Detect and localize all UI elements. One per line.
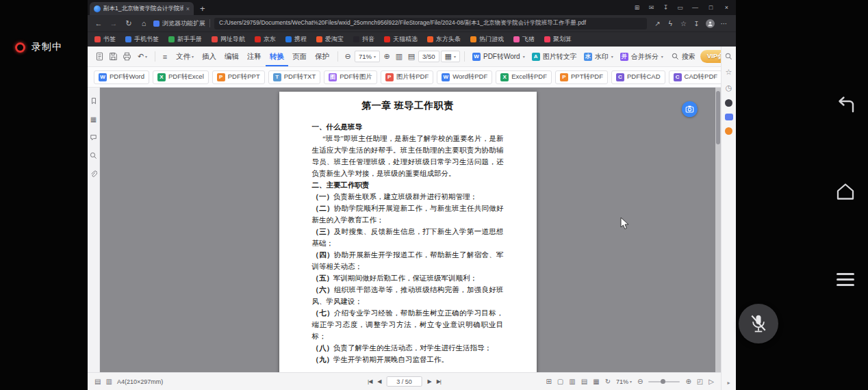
convert-button[interactable]: P PDF转PPT	[212, 70, 265, 84]
zoom-out-icon[interactable]: ⊖	[637, 378, 643, 385]
bookmark-item[interactable]: 抖音	[353, 35, 374, 44]
presentation-mode-icon[interactable]: ▷	[709, 378, 714, 385]
more-icon[interactable]: ⋯	[717, 20, 730, 27]
browser-action-icon[interactable]: ↧	[659, 4, 673, 11]
page-layout-icon[interactable]: ▥	[105, 378, 112, 385]
attachments-panel-icon[interactable]	[90, 170, 97, 178]
forward-icon[interactable]: →	[108, 19, 119, 27]
home-icon[interactable]: ⌂	[138, 19, 149, 27]
open-document-icon[interactable]	[93, 47, 105, 66]
convert-button[interactable]: C CAD转PDF	[669, 70, 721, 84]
last-page-button[interactable]: ▶|	[437, 378, 441, 385]
fit-width-icon[interactable]: ▥	[394, 52, 405, 61]
page-indicator[interactable]: 3/50	[418, 51, 439, 62]
convert-button[interactable]: 图 PDF转图片	[324, 70, 377, 84]
menu-item[interactable]: 文件 ▾	[172, 47, 198, 66]
android-back-button[interactable]	[835, 96, 856, 116]
url-input[interactable]: C:/Users/29759/Documents/WeChat%20Files/…	[214, 18, 647, 29]
zoom-out-icon[interactable]: ⊖	[342, 52, 353, 61]
zoom-level-select[interactable]: 71% ▾	[616, 378, 632, 385]
new-tab-button[interactable]: +	[200, 4, 205, 13]
extension-chip[interactable]: 浏览器功能扩展	[153, 19, 205, 28]
back-icon[interactable]: ←	[93, 19, 104, 27]
toolbar-tool-button[interactable]: 水 水印 ▾	[580, 52, 617, 62]
zoom-slider-knob[interactable]	[661, 379, 665, 384]
zoom-in-icon[interactable]: ⊕	[381, 52, 392, 61]
fit-page-icon[interactable]: ▤	[406, 52, 417, 61]
convert-button[interactable]: X PDF转Excel	[153, 70, 209, 84]
convert-button[interactable]: C PDF转CAD	[611, 70, 665, 84]
vertical-scrollbar[interactable]	[715, 88, 721, 372]
page-thumbnail-icon[interactable]: ▤	[94, 378, 101, 385]
expand-panel-icon[interactable]: ▸	[727, 380, 730, 386]
minimize-button[interactable]: —	[687, 4, 703, 11]
sidebar-search-icon[interactable]	[724, 52, 733, 61]
hand-tool-icon[interactable]: ▢	[557, 378, 563, 385]
save-icon[interactable]	[107, 47, 119, 66]
bookmark-item[interactable]: 手机书签	[125, 35, 159, 44]
comments-panel-icon[interactable]	[90, 134, 97, 141]
print-icon[interactable]	[120, 47, 133, 66]
vip-member-button[interactable]: VIP会员	[700, 50, 721, 63]
select-tool-icon[interactable]: ⊞	[546, 378, 551, 385]
browser-action-icon[interactable]: ▭	[673, 4, 687, 11]
bookmarks-panel-icon[interactable]	[90, 97, 97, 105]
bookmark-item[interactable]: 飞猪	[513, 35, 535, 44]
address-action-icon[interactable]: ↗	[651, 20, 664, 27]
menu-item[interactable]: 页面	[288, 47, 311, 66]
single-page-icon[interactable]: ▥	[569, 378, 575, 385]
menu-item[interactable]: 转换	[266, 47, 288, 66]
convert-button[interactable]: W Word转PDF	[437, 70, 492, 84]
close-button[interactable]: ×	[719, 4, 735, 11]
double-page-icon[interactable]: ▦	[593, 378, 599, 385]
bookmark-item[interactable]: 网址导航	[212, 35, 245, 44]
convert-button[interactable]: P PPT转PDF	[555, 70, 608, 84]
bookmark-item[interactable]: 天猫精选	[384, 35, 418, 44]
page-number-input[interactable]: 3 / 50	[387, 376, 422, 387]
undo-icon[interactable]: ↶▾	[134, 47, 151, 66]
toolbar-tool-button[interactable]: A 图片转文字	[528, 52, 580, 62]
toolbar-tool-button[interactable]: W PDF转Word ▾	[469, 52, 528, 62]
maximize-button[interactable]: □	[703, 4, 719, 11]
menu-item[interactable]: 编辑	[220, 47, 243, 66]
bookmark-item[interactable]: 京东	[255, 35, 276, 44]
address-action-icon[interactable]: ϟ	[664, 20, 677, 27]
zoom-slider[interactable]	[648, 381, 680, 382]
convert-button[interactable]: W PDF转Word	[94, 70, 149, 84]
floating-convert-button[interactable]	[682, 101, 698, 117]
sidebar-shopping-icon[interactable]	[725, 127, 732, 135]
bookmark-item[interactable]: 携程	[285, 35, 307, 44]
fit-screen-icon[interactable]: ◰	[697, 378, 703, 385]
view-mode-select[interactable]: ▦ ▾	[441, 51, 460, 62]
menu-item[interactable]: 注释	[243, 47, 266, 66]
convert-button[interactable]: P 图片转PDF	[381, 70, 434, 84]
bookmark-item[interactable]: 新手手册	[168, 35, 202, 44]
browser-action-icon[interactable]: ⊞	[630, 4, 644, 11]
rotate-icon[interactable]: ↻	[605, 378, 611, 385]
browser-tab[interactable]: 副本1_北京物资学院会计学院班... ×	[90, 2, 194, 15]
prev-page-button[interactable]: ◀	[377, 378, 381, 385]
sidebar-favorites-icon[interactable]: ☆	[724, 68, 733, 77]
sidebar-games-icon[interactable]	[725, 114, 733, 120]
address-action-icon[interactable]: ↧	[690, 20, 703, 27]
zoom-in-icon[interactable]: ⊕	[685, 378, 691, 385]
browser-action-icon[interactable]: ✉	[644, 4, 659, 11]
bookmark-item[interactable]: 书签	[94, 35, 116, 44]
profile-avatar[interactable]	[706, 19, 715, 28]
search-button[interactable]: 搜索	[668, 47, 699, 66]
refresh-icon[interactable]: ↻	[123, 19, 134, 28]
next-page-button[interactable]: ▶	[428, 378, 431, 385]
first-page-button[interactable]: |◀	[368, 378, 372, 385]
menu-item[interactable]: 插入	[198, 47, 220, 66]
continuous-view-icon[interactable]: ▤	[581, 378, 587, 385]
convert-button[interactable]: X Excel转PDF	[496, 70, 552, 84]
convert-button[interactable]: T PDF转TXT	[268, 70, 320, 84]
microphone-muted-button[interactable]	[739, 304, 778, 343]
bookmark-item[interactable]: 聚划算	[544, 35, 572, 44]
address-action-icon[interactable]: ☆	[677, 20, 690, 27]
menu-item[interactable]: 保护	[311, 47, 333, 66]
sidebar-history-icon[interactable]: ◷	[724, 83, 733, 92]
android-menu-button[interactable]	[837, 273, 854, 286]
zoom-select[interactable]: 71% ▾	[355, 51, 380, 62]
toolbar-tool-button[interactable]: 并 合并拆分 ▾	[617, 52, 667, 62]
